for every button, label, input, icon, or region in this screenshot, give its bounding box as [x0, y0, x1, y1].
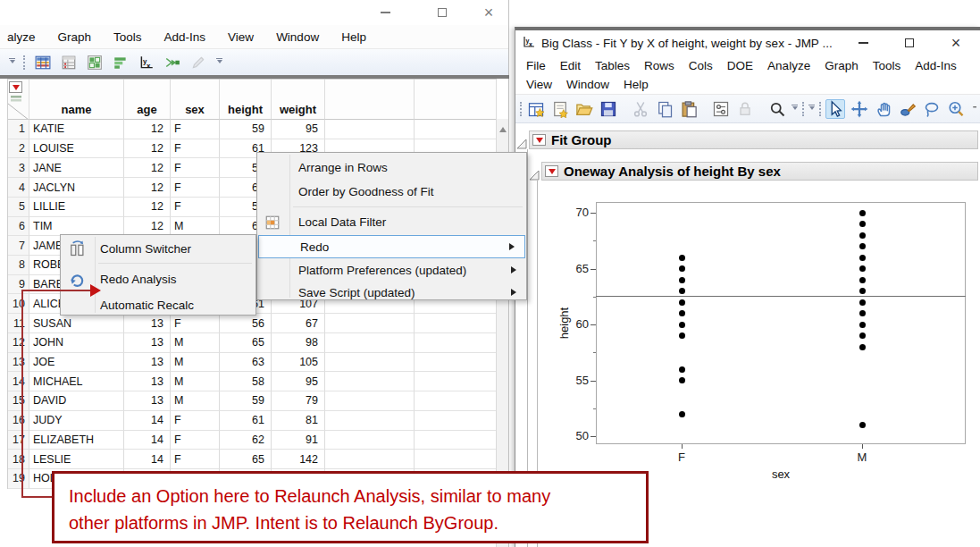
- row-number-cell[interactable]: 19: [8, 469, 29, 489]
- row-number-cell[interactable]: 3: [8, 158, 29, 178]
- row-number-cell[interactable]: 2: [8, 139, 29, 159]
- table-cell[interactable]: JOHN: [29, 333, 124, 353]
- cursor-icon[interactable]: [825, 99, 845, 119]
- column-header-empty[interactable]: [325, 80, 415, 120]
- table-cell-empty[interactable]: [415, 333, 497, 353]
- table-cell[interactable]: 95: [272, 372, 325, 391]
- table-cell[interactable]: 12: [124, 198, 171, 217]
- minimize-icon[interactable]: [848, 31, 878, 54]
- formula-flow-icon[interactable]: [163, 53, 182, 72]
- row-number-cell[interactable]: 8: [8, 256, 29, 275]
- table-cell[interactable]: JUDY: [29, 411, 124, 431]
- toolbar-overflow-icon[interactable]: [792, 105, 798, 114]
- data-point[interactable]: [859, 344, 866, 350]
- table-cell[interactable]: 14: [124, 411, 171, 431]
- column-header-name[interactable]: name: [29, 80, 124, 120]
- data-point[interactable]: [859, 255, 866, 261]
- data-point[interactable]: [679, 366, 685, 373]
- table-cell[interactable]: M: [171, 353, 220, 373]
- data-point[interactable]: [679, 288, 685, 294]
- red-triangle-menu-icon[interactable]: [545, 165, 558, 177]
- table-cell-empty[interactable]: [415, 411, 497, 431]
- table-cell[interactable]: 62: [220, 431, 272, 450]
- data-table-icon[interactable]: [33, 53, 53, 72]
- table-cell[interactable]: 13: [124, 333, 171, 353]
- toolbar-overflow-icon[interactable]: [7, 58, 17, 67]
- table-cell-empty[interactable]: [415, 431, 497, 450]
- table-cell[interactable]: 142: [272, 450, 325, 469]
- table-cell[interactable]: F: [171, 139, 220, 159]
- table-cell-empty[interactable]: [325, 431, 415, 450]
- data-point[interactable]: [679, 411, 685, 417]
- data-point[interactable]: [859, 288, 866, 294]
- menubar-item-edit[interactable]: Edit: [560, 59, 581, 72]
- column-header-height[interactable]: height: [220, 80, 272, 120]
- table-cell[interactable]: 14: [124, 450, 171, 469]
- data-point[interactable]: [859, 221, 866, 227]
- table-cell[interactable]: 65: [220, 450, 272, 469]
- row-number-cell[interactable]: 11: [8, 314, 29, 333]
- table-cell[interactable]: 105: [272, 353, 325, 373]
- row-number-cell[interactable]: 12: [8, 333, 29, 353]
- table-cell[interactable]: F: [171, 158, 220, 178]
- maximize-icon[interactable]: [427, 1, 457, 23]
- table-cell-empty[interactable]: [325, 333, 415, 353]
- minus-icon[interactable]: [970, 99, 980, 119]
- data-point[interactable]: [679, 310, 685, 316]
- menubar-item-file[interactable]: File: [526, 59, 546, 72]
- plot-frame[interactable]: [596, 202, 966, 444]
- menubar-item-window[interactable]: Window: [566, 78, 609, 91]
- menu-item-order-by-goodness-of-fit[interactable]: Order by Goodness of Fit: [257, 180, 526, 204]
- data-point[interactable]: [859, 310, 866, 316]
- data-point[interactable]: [859, 232, 866, 239]
- table-cell[interactable]: 61: [220, 411, 272, 431]
- menubar-item-cols[interactable]: Cols: [689, 59, 713, 72]
- data-point[interactable]: [679, 265, 685, 272]
- row-number-cell[interactable]: 7: [8, 236, 29, 256]
- table-cell[interactable]: F: [171, 178, 220, 198]
- save-icon[interactable]: [599, 99, 618, 119]
- table-cell[interactable]: M: [171, 333, 220, 353]
- lasso-icon[interactable]: [922, 99, 942, 119]
- menubar-item-alyze[interactable]: alyze: [7, 30, 36, 44]
- row-number-cell[interactable]: 13: [8, 353, 29, 373]
- zoom-icon[interactable]: [946, 99, 966, 119]
- search-icon[interactable]: [767, 99, 787, 119]
- row-number-cell[interactable]: 15: [8, 391, 29, 411]
- table-cell[interactable]: F: [171, 198, 220, 217]
- table-cell[interactable]: 58: [220, 372, 272, 391]
- data-point[interactable]: [679, 322, 685, 328]
- table-cell-empty[interactable]: [325, 391, 415, 411]
- table-cell[interactable]: 13: [124, 353, 171, 373]
- menubar-item-window[interactable]: Window: [276, 30, 319, 44]
- table-cell[interactable]: 13: [124, 391, 171, 411]
- menubar-item-doe[interactable]: DOE: [727, 59, 753, 72]
- minimize-icon[interactable]: [370, 1, 400, 23]
- row-number-cell[interactable]: 9: [8, 275, 29, 295]
- row-number-cell[interactable]: 5: [8, 198, 29, 217]
- menu-item-save-script-updated-[interactable]: Save Script (updated): [257, 282, 526, 303]
- table-cell[interactable]: LESLIE: [29, 450, 124, 469]
- data-point[interactable]: [859, 332, 866, 339]
- table-cell-empty[interactable]: [415, 450, 497, 469]
- data-point[interactable]: [679, 332, 685, 339]
- data-point[interactable]: [679, 255, 685, 261]
- table-cell-empty[interactable]: [325, 372, 415, 391]
- move-icon[interactable]: [850, 99, 869, 119]
- close-icon[interactable]: [473, 1, 504, 23]
- table-cell[interactable]: DAVID: [29, 391, 124, 411]
- menu-item-platform-preferences-updated-[interactable]: Platform Preferences (updated): [257, 258, 526, 282]
- table-cell-empty[interactable]: [325, 411, 415, 431]
- row-number-cell[interactable]: 14: [8, 372, 29, 391]
- table-cell[interactable]: M: [171, 391, 220, 411]
- hand-icon[interactable]: [874, 99, 893, 119]
- table-cell-empty[interactable]: [415, 120, 497, 139]
- menubar-item-tools[interactable]: Tools: [113, 30, 142, 44]
- table-cell[interactable]: 14: [124, 431, 171, 450]
- table-cell[interactable]: JACLYN: [29, 178, 124, 198]
- table-red-triangle-icon[interactable]: [9, 81, 22, 93]
- paste-icon[interactable]: [679, 99, 699, 119]
- table-cell[interactable]: 81: [272, 411, 325, 431]
- data-point[interactable]: [859, 243, 866, 249]
- disclosure-triangle-icon[interactable]: [516, 139, 527, 149]
